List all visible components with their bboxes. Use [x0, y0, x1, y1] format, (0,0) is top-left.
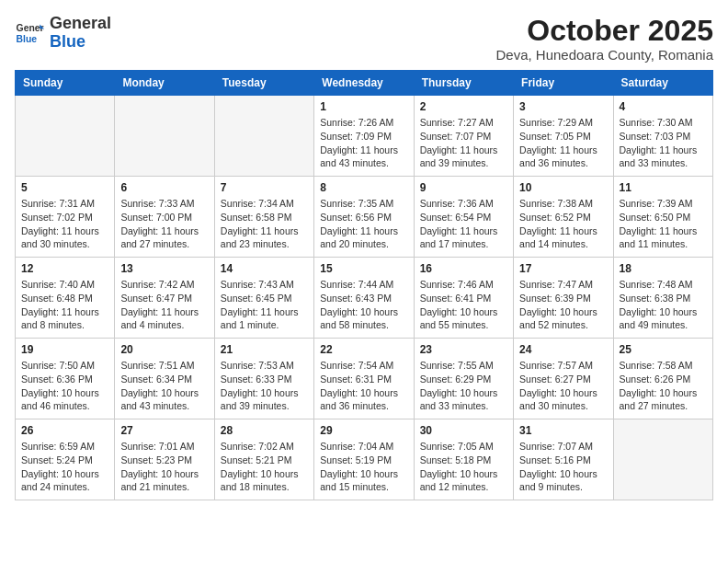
day-info: Sunrise: 7:40 AM Sunset: 6:48 PM Dayligh… [21, 278, 108, 332]
day-info: Sunrise: 7:33 AM Sunset: 7:00 PM Dayligh… [120, 197, 208, 251]
day-number: 29 [320, 424, 407, 437]
day-info: Sunrise: 7:57 AM Sunset: 6:27 PM Dayligh… [519, 359, 607, 413]
day-info: Sunrise: 7:30 AM Sunset: 7:03 PM Dayligh… [620, 116, 707, 170]
day-header: Friday [514, 71, 613, 96]
day-info: Sunrise: 7:42 AM Sunset: 6:47 PM Dayligh… [120, 278, 208, 332]
calendar-cell: 6Sunrise: 7:33 AM Sunset: 7:00 PM Daylig… [115, 177, 214, 258]
day-number: 31 [519, 424, 607, 437]
day-number: 12 [21, 262, 108, 275]
calendar-cell: 29Sunrise: 7:04 AM Sunset: 5:19 PM Dayli… [314, 419, 414, 500]
calendar-cell: 24Sunrise: 7:57 AM Sunset: 6:27 PM Dayli… [514, 339, 613, 419]
day-number: 27 [120, 424, 208, 437]
calendar-cell: 11Sunrise: 7:39 AM Sunset: 6:50 PM Dayli… [613, 177, 712, 258]
day-info: Sunrise: 7:43 AM Sunset: 6:45 PM Dayligh… [221, 278, 308, 332]
day-number: 18 [620, 262, 707, 275]
day-number: 13 [120, 262, 208, 275]
svg-text:Blue: Blue [17, 33, 38, 43]
calendar-cell: 4Sunrise: 7:30 AM Sunset: 7:03 PM Daylig… [613, 96, 712, 177]
day-info: Sunrise: 7:07 AM Sunset: 5:16 PM Dayligh… [519, 440, 607, 494]
day-number: 9 [420, 181, 507, 194]
day-number: 7 [221, 181, 308, 194]
calendar-cell: 16Sunrise: 7:46 AM Sunset: 6:41 PM Dayli… [414, 258, 513, 339]
day-info: Sunrise: 7:26 AM Sunset: 7:09 PM Dayligh… [320, 116, 407, 170]
day-number: 5 [21, 181, 108, 194]
day-info: Sunrise: 6:59 AM Sunset: 5:24 PM Dayligh… [21, 440, 108, 494]
logo-icon: General Blue [15, 18, 44, 48]
day-info: Sunrise: 7:44 AM Sunset: 6:43 PM Dayligh… [320, 278, 407, 332]
logo-general-text: General [50, 14, 111, 32]
calendar-cell: 13Sunrise: 7:42 AM Sunset: 6:47 PM Dayli… [115, 258, 214, 339]
day-number: 3 [519, 100, 607, 113]
calendar-cell: 22Sunrise: 7:54 AM Sunset: 6:31 PM Dayli… [314, 339, 414, 419]
day-number: 14 [221, 262, 308, 275]
day-number: 6 [120, 181, 208, 194]
day-info: Sunrise: 7:36 AM Sunset: 6:54 PM Dayligh… [420, 197, 507, 251]
day-header: Sunday [16, 71, 115, 96]
day-number: 19 [21, 343, 108, 356]
day-info: Sunrise: 7:02 AM Sunset: 5:21 PM Dayligh… [221, 440, 308, 494]
day-number: 17 [519, 262, 607, 275]
day-info: Sunrise: 7:47 AM Sunset: 6:39 PM Dayligh… [519, 278, 607, 332]
day-header: Wednesday [314, 71, 414, 96]
calendar-cell: 30Sunrise: 7:05 AM Sunset: 5:18 PM Dayli… [414, 419, 513, 500]
week-row: 12Sunrise: 7:40 AM Sunset: 6:48 PM Dayli… [16, 258, 713, 339]
week-row: 5Sunrise: 7:31 AM Sunset: 7:02 PM Daylig… [16, 177, 713, 258]
day-header: Monday [115, 71, 214, 96]
calendar-cell: 17Sunrise: 7:47 AM Sunset: 6:39 PM Dayli… [514, 258, 613, 339]
day-number: 16 [420, 262, 507, 275]
calendar-cell [613, 419, 712, 500]
title-area: October 2025 Deva, Hunedoara County, Rom… [495, 15, 713, 63]
day-info: Sunrise: 7:46 AM Sunset: 6:41 PM Dayligh… [420, 278, 507, 332]
header-row: SundayMondayTuesdayWednesdayThursdayFrid… [16, 71, 713, 96]
calendar-cell [214, 96, 313, 177]
calendar: SundayMondayTuesdayWednesdayThursdayFrid… [15, 70, 713, 500]
day-number: 4 [620, 100, 707, 113]
day-info: Sunrise: 7:27 AM Sunset: 7:07 PM Dayligh… [420, 116, 507, 170]
day-number: 23 [420, 343, 507, 356]
calendar-cell: 18Sunrise: 7:48 AM Sunset: 6:38 PM Dayli… [613, 258, 712, 339]
calendar-cell: 23Sunrise: 7:55 AM Sunset: 6:29 PM Dayli… [414, 339, 513, 419]
calendar-cell: 12Sunrise: 7:40 AM Sunset: 6:48 PM Dayli… [16, 258, 115, 339]
calendar-cell: 26Sunrise: 6:59 AM Sunset: 5:24 PM Dayli… [16, 419, 115, 500]
day-number: 22 [320, 343, 407, 356]
day-number: 25 [620, 343, 707, 356]
week-row: 26Sunrise: 6:59 AM Sunset: 5:24 PM Dayli… [16, 419, 713, 500]
location-title: Deva, Hunedoara County, Romania [495, 47, 713, 63]
calendar-cell: 19Sunrise: 7:50 AM Sunset: 6:36 PM Dayli… [16, 339, 115, 419]
day-info: Sunrise: 7:50 AM Sunset: 6:36 PM Dayligh… [21, 359, 108, 413]
calendar-cell: 7Sunrise: 7:34 AM Sunset: 6:58 PM Daylig… [214, 177, 313, 258]
calendar-cell: 20Sunrise: 7:51 AM Sunset: 6:34 PM Dayli… [115, 339, 214, 419]
day-number: 11 [620, 181, 707, 194]
calendar-cell: 2Sunrise: 7:27 AM Sunset: 7:07 PM Daylig… [414, 96, 513, 177]
day-number: 21 [221, 343, 308, 356]
calendar-cell: 10Sunrise: 7:38 AM Sunset: 6:52 PM Dayli… [514, 177, 613, 258]
day-number: 26 [21, 424, 108, 437]
day-number: 10 [519, 181, 607, 194]
month-title: October 2025 [495, 15, 713, 47]
calendar-cell: 8Sunrise: 7:35 AM Sunset: 6:56 PM Daylig… [314, 177, 414, 258]
calendar-cell [16, 96, 115, 177]
day-info: Sunrise: 7:38 AM Sunset: 6:52 PM Dayligh… [519, 197, 607, 251]
day-info: Sunrise: 7:55 AM Sunset: 6:29 PM Dayligh… [420, 359, 507, 413]
day-info: Sunrise: 7:35 AM Sunset: 6:56 PM Dayligh… [320, 197, 407, 251]
day-number: 1 [320, 100, 407, 113]
calendar-cell: 21Sunrise: 7:53 AM Sunset: 6:33 PM Dayli… [214, 339, 313, 419]
day-info: Sunrise: 7:54 AM Sunset: 6:31 PM Dayligh… [320, 359, 407, 413]
day-number: 2 [420, 100, 507, 113]
week-row: 1Sunrise: 7:26 AM Sunset: 7:09 PM Daylig… [16, 96, 713, 177]
calendar-cell: 1Sunrise: 7:26 AM Sunset: 7:09 PM Daylig… [314, 96, 414, 177]
logo-blue-text: Blue [50, 32, 85, 51]
calendar-cell: 25Sunrise: 7:58 AM Sunset: 6:26 PM Dayli… [613, 339, 712, 419]
day-info: Sunrise: 7:34 AM Sunset: 6:58 PM Dayligh… [221, 197, 308, 251]
day-header: Tuesday [214, 71, 313, 96]
day-info: Sunrise: 7:31 AM Sunset: 7:02 PM Dayligh… [21, 197, 108, 251]
day-info: Sunrise: 7:51 AM Sunset: 6:34 PM Dayligh… [120, 359, 208, 413]
day-number: 20 [120, 343, 208, 356]
day-info: Sunrise: 7:04 AM Sunset: 5:19 PM Dayligh… [320, 440, 407, 494]
day-header: Saturday [613, 71, 712, 96]
day-info: Sunrise: 7:29 AM Sunset: 7:05 PM Dayligh… [519, 116, 607, 170]
day-number: 30 [420, 424, 507, 437]
calendar-cell: 15Sunrise: 7:44 AM Sunset: 6:43 PM Dayli… [314, 258, 414, 339]
calendar-cell: 14Sunrise: 7:43 AM Sunset: 6:45 PM Dayli… [214, 258, 313, 339]
calendar-cell: 27Sunrise: 7:01 AM Sunset: 5:23 PM Dayli… [115, 419, 214, 500]
